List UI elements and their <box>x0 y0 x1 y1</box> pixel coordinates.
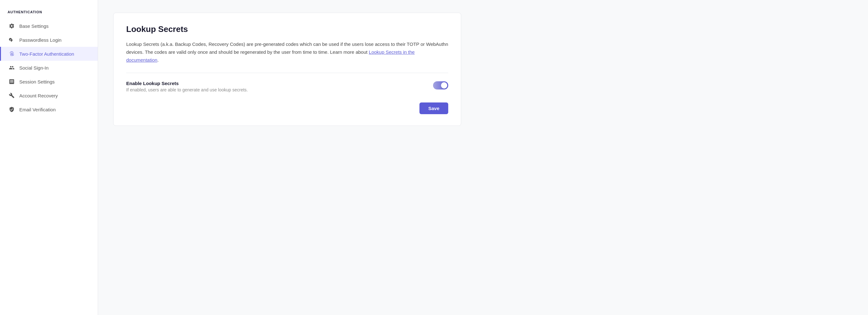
people-icon <box>8 65 15 71</box>
main-content: Lookup Secrets Lookup Secrets (a.k.a. Ba… <box>98 0 868 315</box>
save-row: Save <box>126 102 448 114</box>
sidebar-item-label: Passwordless Login <box>19 37 61 43</box>
description-end: . <box>157 57 158 63</box>
sidebar-item-session-settings[interactable]: Session Settings <box>0 75 98 89</box>
sidebar-item-social-sign-in[interactable]: Social Sign-In <box>0 61 98 75</box>
sidebar-item-label: Social Sign-In <box>19 65 49 70</box>
sidebar-item-email-verification[interactable]: Email Verification <box>0 102 98 116</box>
key-icon <box>8 37 15 43</box>
sidebar-item-two-factor-authentication[interactable]: Two-Factor Authentication <box>0 47 98 61</box>
gear-icon <box>8 23 15 29</box>
sidebar-item-label: Session Settings <box>19 79 55 85</box>
sidebar-item-account-recovery[interactable]: Account Recovery <box>0 89 98 102</box>
session-icon <box>8 78 15 85</box>
setting-info: Enable Lookup Secrets If enabled, users … <box>126 81 426 92</box>
lookup-secrets-card: Lookup Secrets Lookup Secrets (a.k.a. Ba… <box>113 13 461 126</box>
sidebar-item-label: Account Recovery <box>19 93 58 98</box>
sidebar-item-base-settings[interactable]: Base Settings <box>0 19 98 33</box>
sidebar-item-passwordless-login[interactable]: Passwordless Login <box>0 33 98 47</box>
card-description: Lookup Secrets (a.k.a. Backup Codes, Rec… <box>126 40 448 64</box>
shield-check-icon <box>8 106 15 113</box>
enable-lookup-secrets-toggle[interactable] <box>433 81 448 90</box>
sidebar-item-label: Two-Factor Authentication <box>19 51 74 57</box>
setting-label: Enable Lookup Secrets <box>126 81 426 86</box>
toggle-thumb <box>441 82 447 89</box>
card-divider <box>126 73 448 73</box>
tool-icon <box>8 92 15 99</box>
sidebar: AUTHENTICATION Base Settings Passwordles… <box>0 0 98 315</box>
enable-lookup-secrets-row: Enable Lookup Secrets If enabled, users … <box>126 81 448 92</box>
toggle-track <box>433 81 448 90</box>
sidebar-item-label: Base Settings <box>19 23 49 29</box>
sidebar-item-label: Email Verification <box>19 107 56 112</box>
setting-sublabel: If enabled, users are able to generate a… <box>126 87 426 92</box>
fingerprint-icon <box>8 51 15 57</box>
toggle-wrapper[interactable] <box>433 81 448 90</box>
sidebar-section-title: AUTHENTICATION <box>0 10 98 19</box>
card-title: Lookup Secrets <box>126 24 448 34</box>
save-button[interactable]: Save <box>420 102 448 114</box>
